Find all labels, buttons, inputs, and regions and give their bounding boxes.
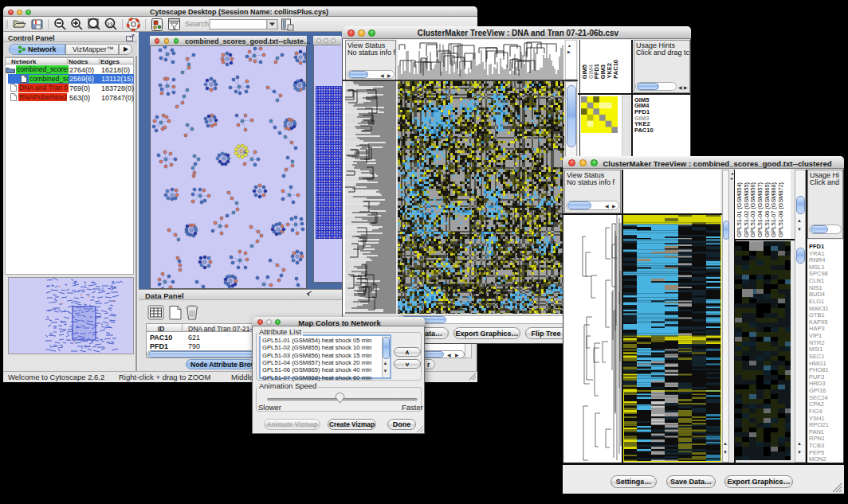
- svg-text:1:1: 1:1: [107, 21, 112, 26]
- svg-text:Search:: Search:: [185, 19, 211, 28]
